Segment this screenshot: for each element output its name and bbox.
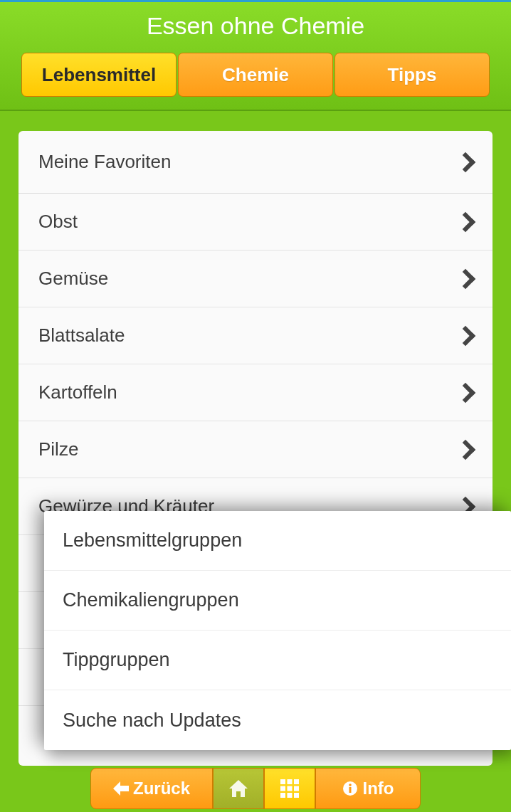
back-label: Zurück bbox=[133, 779, 190, 798]
list-item-pilze[interactable]: Pilze bbox=[19, 421, 492, 478]
popup-item-label: Tippgruppen bbox=[63, 649, 170, 671]
popup-item-label: Lebensmittelgruppen bbox=[63, 529, 242, 552]
svg-rect-6 bbox=[280, 793, 285, 798]
arrow-left-icon bbox=[113, 781, 129, 796]
list-item-blattsalate[interactable]: Blattsalate bbox=[19, 307, 492, 364]
chevron-right-icon bbox=[461, 385, 473, 401]
popup-item-label: Suche nach Updates bbox=[63, 710, 241, 732]
tab-lebensmittel[interactable]: Lebensmittel bbox=[21, 53, 177, 97]
bottom-toolbar: Zurück Info bbox=[0, 768, 511, 812]
chevron-right-icon bbox=[461, 154, 473, 170]
chevron-right-icon bbox=[461, 271, 473, 287]
grid-button[interactable] bbox=[264, 768, 315, 809]
list-item-label: Meine Favoriten bbox=[38, 151, 171, 173]
tab-chemie[interactable]: Chemie bbox=[178, 53, 333, 97]
svg-rect-1 bbox=[288, 779, 293, 784]
list-item-label: Pilze bbox=[38, 438, 78, 460]
popup-item-lebensmittelgruppen[interactable]: Lebensmittelgruppen bbox=[44, 511, 511, 571]
list-item-label: Kartoffeln bbox=[38, 381, 117, 404]
tab-bar: Lebensmittel Chemie Tipps bbox=[0, 53, 511, 97]
tab-label: Tipps bbox=[388, 64, 437, 86]
home-button[interactable] bbox=[213, 768, 264, 809]
chevron-right-icon bbox=[461, 328, 473, 344]
info-button[interactable]: Info bbox=[315, 768, 421, 809]
svg-rect-5 bbox=[294, 786, 299, 791]
popup-item-tippgruppen[interactable]: Tippgruppen bbox=[44, 631, 511, 690]
svg-rect-4 bbox=[288, 786, 293, 791]
header: Essen ohne Chemie Lebensmittel Chemie Ti… bbox=[0, 2, 511, 111]
popup-item-chemikaliengruppen[interactable]: Chemikaliengruppen bbox=[44, 571, 511, 631]
list-item-favorites[interactable]: Meine Favoriten bbox=[19, 131, 492, 194]
chevron-right-icon bbox=[461, 214, 473, 230]
list-item-obst[interactable]: Obst bbox=[19, 194, 492, 251]
back-button[interactable]: Zurück bbox=[90, 768, 213, 809]
svg-rect-2 bbox=[294, 779, 299, 784]
svg-rect-0 bbox=[280, 779, 285, 784]
popup-item-updates[interactable]: Suche nach Updates bbox=[44, 690, 511, 750]
list-item-kartoffeln[interactable]: Kartoffeln bbox=[19, 364, 492, 421]
tab-label: Chemie bbox=[222, 64, 289, 86]
page-title: Essen ohne Chemie bbox=[0, 12, 511, 40]
popup-menu: Lebensmittelgruppen Chemikaliengruppen T… bbox=[44, 511, 511, 750]
svg-rect-8 bbox=[294, 793, 299, 798]
tab-tipps[interactable]: Tipps bbox=[334, 53, 490, 97]
chevron-right-icon bbox=[461, 442, 473, 458]
svg-rect-3 bbox=[280, 786, 285, 791]
info-label: Info bbox=[363, 779, 394, 798]
info-icon bbox=[342, 781, 358, 796]
svg-rect-7 bbox=[288, 793, 293, 798]
list-item-gemuese[interactable]: Gemüse bbox=[19, 251, 492, 307]
svg-rect-10 bbox=[349, 787, 351, 793]
home-icon bbox=[228, 779, 249, 798]
svg-point-11 bbox=[349, 784, 352, 786]
popup-item-label: Chemikaliengruppen bbox=[63, 589, 239, 611]
content-area: Meine Favoriten Obst Gemüse Blattsalate … bbox=[0, 111, 511, 766]
grid-icon bbox=[280, 779, 300, 798]
list-item-label: Blattsalate bbox=[38, 325, 125, 347]
tab-label: Lebensmittel bbox=[42, 64, 156, 86]
list-item-label: Gemüse bbox=[38, 268, 108, 290]
list-item-label: Obst bbox=[38, 211, 78, 233]
